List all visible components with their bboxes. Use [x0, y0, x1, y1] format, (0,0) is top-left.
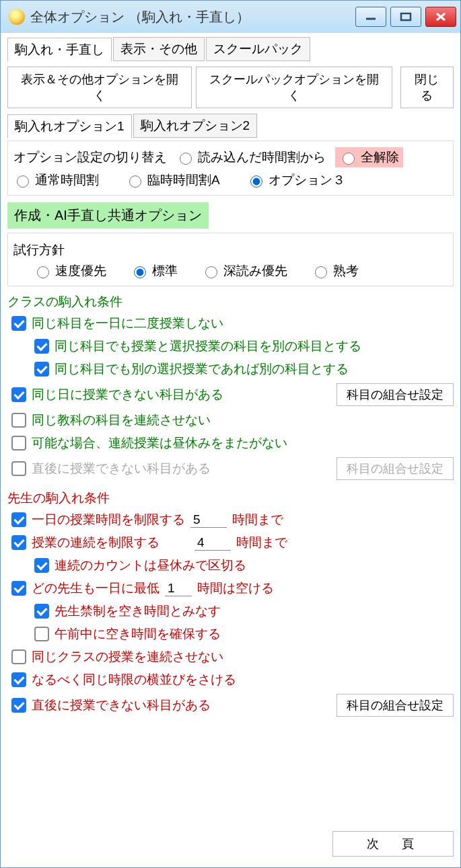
chk-after-conflict-teacher[interactable]: [11, 698, 26, 713]
option-switch-group: オプション設定の切り替え 読み込んだ時間割から 全解除 通常時間割 臨時時間割A…: [7, 141, 454, 196]
window-body: 駒入れ・手直し 表示・その他 スクールパック 表示＆その他オプションを開く スク…: [1, 33, 460, 867]
radio-standard[interactable]: 標準: [131, 262, 178, 280]
maximize-button[interactable]: [390, 7, 421, 27]
chk-morning-free[interactable]: [34, 627, 49, 641]
input-min-free[interactable]: [165, 581, 192, 596]
policy-group: 試行方針 速度優先 標準 深読み優先 熟考: [7, 233, 454, 286]
subject-combo-button-3[interactable]: 科目の組合せ設定: [336, 694, 454, 717]
radio-speed[interactable]: 速度優先: [34, 262, 106, 280]
class-section-title: クラスの駒入れ条件: [7, 293, 454, 311]
teacher-section-title: 先生の駒入れ条件: [7, 489, 454, 507]
chk-no-consecutive-class[interactable]: [11, 649, 26, 664]
open-display-options-button[interactable]: 表示＆その他オプションを開く: [7, 67, 192, 108]
chk-after-conflict-class[interactable]: [11, 461, 26, 476]
lightbulb-icon: [9, 9, 25, 25]
radio-option-3[interactable]: オプション３: [247, 171, 345, 189]
chk-same-subject-once[interactable]: [11, 316, 26, 331]
chk-same-day-conflict[interactable]: [11, 387, 26, 402]
subject-combo-button-2: 科目の組合せ設定: [336, 457, 454, 480]
footer: 次 頁: [7, 827, 454, 861]
radio-deep[interactable]: 深読み優先: [202, 262, 287, 280]
chk-count-split-lunch[interactable]: [34, 558, 49, 573]
radio-normal[interactable]: 通常時間割: [13, 171, 99, 189]
open-schoolpack-options-button[interactable]: スクールパックオプションを開く: [196, 67, 392, 108]
chk-avoid-same-period[interactable]: [11, 672, 26, 687]
minimize-button[interactable]: [355, 7, 386, 27]
close-button[interactable]: [425, 7, 456, 27]
chk-limit-hours[interactable]: [11, 512, 26, 527]
radio-think[interactable]: 熟考: [312, 262, 359, 280]
chk-min-free[interactable]: [11, 581, 26, 596]
tab-option-1[interactable]: 駒入れオプション1: [7, 114, 132, 139]
main-tabs: 駒入れ・手直し 表示・その他 スクールパック: [7, 37, 454, 61]
radio-temp-a[interactable]: 臨時時間割A: [126, 171, 220, 189]
tab-komaire[interactable]: 駒入れ・手直し: [7, 38, 112, 62]
tab-schoolpack[interactable]: スクールパック: [206, 37, 310, 61]
chk-ban-as-free[interactable]: [34, 604, 49, 619]
input-limit-hours[interactable]: [190, 512, 227, 528]
subject-combo-button-1[interactable]: 科目の組合せ設定: [336, 383, 454, 406]
tab-option-2[interactable]: 駒入れオプション2: [133, 114, 258, 138]
chk-limit-consecutive[interactable]: [11, 535, 26, 550]
options-window: 全体オプション （駒入れ・手直し） 駒入れ・手直し 表示・その他 スクールパック…: [0, 0, 461, 868]
window-controls: [355, 7, 456, 27]
sub-tabs: 駒入れオプション1 駒入れオプション2: [7, 114, 454, 138]
chk-no-span-lunch[interactable]: [11, 436, 26, 450]
close-options-button[interactable]: 閉じる: [400, 67, 454, 108]
radio-clear-all[interactable]: 全解除: [335, 147, 403, 167]
svg-rect-1: [401, 13, 411, 20]
policy-label: 試行方針: [13, 241, 448, 259]
option-switch-label: オプション設定の切り替え: [13, 149, 167, 166]
titlebar: 全体オプション （駒入れ・手直し）: [1, 1, 460, 33]
next-page-button[interactable]: 次 頁: [332, 831, 454, 857]
radio-from-loaded[interactable]: 読み込んだ時間割から: [176, 149, 326, 166]
common-options-heading: 作成・AI手直し共通オプション: [7, 202, 209, 229]
chk-diff-elective-separate[interactable]: [34, 362, 49, 377]
toolbar: 表示＆その他オプションを開く スクールパックオプションを開く 閉じる: [7, 67, 454, 108]
chk-no-consecutive-subject[interactable]: [11, 413, 26, 428]
input-limit-consecutive[interactable]: [194, 535, 231, 551]
window-title: 全体オプション （駒入れ・手直し）: [30, 8, 355, 26]
tab-display[interactable]: 表示・その他: [113, 37, 205, 61]
chk-elective-separate[interactable]: [34, 339, 49, 354]
